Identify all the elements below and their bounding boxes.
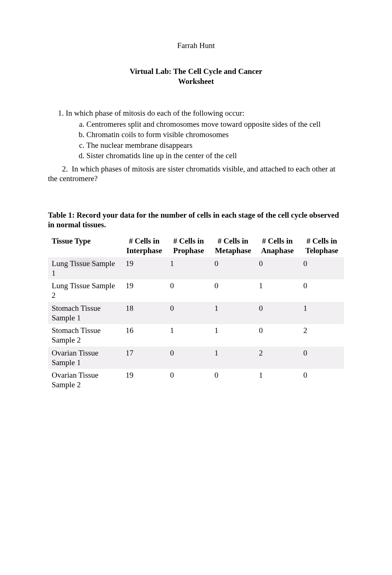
cell-telophase: 0 <box>300 279 344 302</box>
author-line: Farrah Hunt <box>48 41 344 50</box>
question-2: 2. In which phases of mitosis are sister… <box>48 164 344 184</box>
cell-anaphase: 1 <box>255 369 299 391</box>
q1-option-d: Sister chromatids line up in the center … <box>86 151 344 160</box>
cell-interphase: 19 <box>122 279 166 302</box>
cell-tissue: Ovarian Tissue Sample 1 <box>48 347 122 369</box>
question-1: In which phase of mitosis do each of the… <box>66 108 344 160</box>
cell-interphase: 17 <box>122 347 166 369</box>
cell-prophase: 0 <box>166 279 211 302</box>
question-list: In which phase of mitosis do each of the… <box>48 108 344 160</box>
cell-interphase: 18 <box>122 302 166 324</box>
cell-metaphase: 1 <box>211 347 255 369</box>
cell-prophase: 1 <box>166 324 211 347</box>
col-telophase: # Cells in Telophase <box>300 235 344 257</box>
table-row: Lung Tissue Sample 2 19 0 0 1 0 <box>48 279 344 302</box>
cell-metaphase: 1 <box>211 324 255 347</box>
table-row: Lung Tissue Sample 1 19 1 0 0 0 <box>48 257 344 280</box>
cell-interphase: 16 <box>122 324 166 347</box>
table-1-body: Lung Tissue Sample 1 19 1 0 0 0 Lung Tis… <box>48 257 344 391</box>
cell-anaphase: 0 <box>255 324 299 347</box>
cell-metaphase: 1 <box>211 302 255 324</box>
cell-anaphase: 0 <box>255 302 299 324</box>
doc-subtitle: Worksheet <box>48 76 344 86</box>
cell-prophase: 0 <box>166 369 211 391</box>
cell-tissue: Stomach Tissue Sample 2 <box>48 324 122 347</box>
question-2-text: In which phases of mitosis are sister ch… <box>48 164 336 183</box>
cell-tissue: Lung Tissue Sample 1 <box>48 257 122 280</box>
cell-telophase: 0 <box>300 347 344 369</box>
table-1: Tissue Type # Cells in Interphase # Cell… <box>48 235 344 391</box>
cell-telophase: 2 <box>300 324 344 347</box>
table-row: Ovarian Tissue Sample 2 19 0 0 1 0 <box>48 369 344 391</box>
question-2-number: 2. <box>62 164 68 173</box>
cell-anaphase: 0 <box>255 257 299 280</box>
table-row: Ovarian Tissue Sample 1 17 0 1 2 0 <box>48 347 344 369</box>
cell-anaphase: 2 <box>255 347 299 369</box>
col-interphase: # Cells in Interphase <box>122 235 166 257</box>
q1-option-b: Chromatin coils to form visible chromoso… <box>86 130 344 139</box>
question-1-text: In which phase of mitosis do each of the… <box>66 109 244 118</box>
cell-metaphase: 0 <box>211 257 255 280</box>
question-1-options: Centromeres split and chromosomes move t… <box>66 119 344 160</box>
table-row: Stomach Tissue Sample 2 16 1 1 0 2 <box>48 324 344 347</box>
cell-interphase: 19 <box>122 369 166 391</box>
cell-telophase: 0 <box>300 257 344 280</box>
q1-option-a: Centromeres split and chromosomes move t… <box>86 119 344 129</box>
cell-prophase: 1 <box>166 257 211 280</box>
cell-interphase: 19 <box>122 257 166 280</box>
col-metaphase: # Cells in Metaphase <box>211 235 255 257</box>
col-tissue-type: Tissue Type <box>48 235 122 257</box>
cell-tissue: Ovarian Tissue Sample 2 <box>48 369 122 391</box>
cell-tissue: Lung Tissue Sample 2 <box>48 279 122 302</box>
q1-option-c: The nuclear membrane disappears <box>86 140 344 150</box>
cell-tissue: Stomach Tissue Sample 1 <box>48 302 122 324</box>
page: Farrah Hunt Virtual Lab: The Cell Cycle … <box>0 0 392 575</box>
table-row: Stomach Tissue Sample 1 18 0 1 0 1 <box>48 302 344 324</box>
doc-title: Virtual Lab: The Cell Cycle and Cancer <box>48 67 344 76</box>
cell-anaphase: 1 <box>255 279 299 302</box>
col-prophase: # Cells in Prophase <box>166 235 211 257</box>
cell-metaphase: 0 <box>211 369 255 391</box>
col-anaphase: # Cells in Anaphase <box>255 235 299 257</box>
cell-telophase: 0 <box>300 369 344 391</box>
table-1-heading: Table 1: Record your data for the number… <box>48 210 344 230</box>
table-1-head: Tissue Type # Cells in Interphase # Cell… <box>48 235 344 257</box>
cell-telophase: 1 <box>300 302 344 324</box>
cell-metaphase: 0 <box>211 279 255 302</box>
cell-prophase: 0 <box>166 347 211 369</box>
cell-prophase: 0 <box>166 302 211 324</box>
